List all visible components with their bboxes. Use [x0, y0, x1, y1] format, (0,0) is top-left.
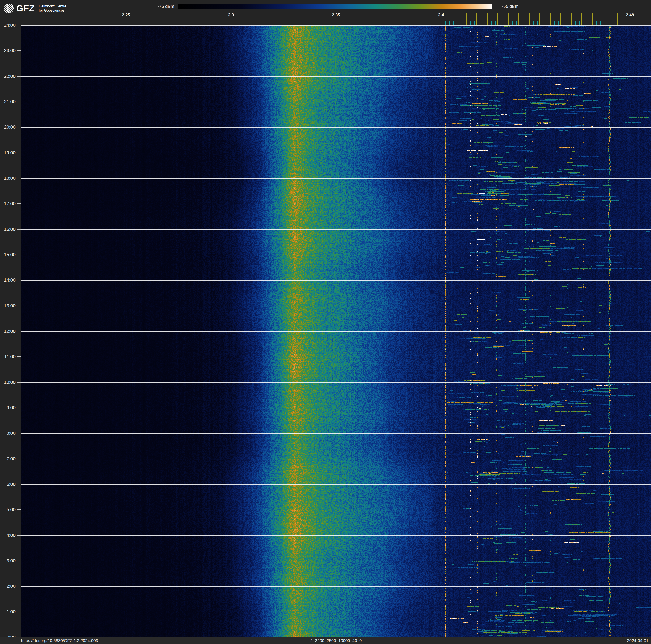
freq-tick: [210, 20, 210, 25]
ble-channel-tick: [541, 21, 542, 25]
ble-channel-tick: [458, 21, 458, 25]
hour-tick: [17, 459, 21, 459]
hour-tick: [17, 433, 21, 433]
freq-tick: [42, 20, 42, 25]
wifi-channel-tick: [592, 13, 593, 25]
ble-channel-tick: [521, 21, 521, 25]
wifi-channel-tick: [550, 13, 551, 25]
logo-subtitle: Helmholtz Centre for Geosciences: [39, 4, 66, 13]
hour-tick: [17, 535, 21, 535]
hour-label: 7:00: [0, 456, 16, 461]
ble-channel-tick: [584, 21, 584, 25]
hour-tick: [17, 408, 21, 408]
logo-org-text: GFZ: [17, 4, 35, 13]
ble-channel-tick: [517, 21, 517, 25]
spectrogram-canvas: [21, 25, 651, 637]
ble-channel-tick: [462, 21, 462, 25]
hour-label: 16:00: [0, 227, 16, 232]
hour-label: 22:00: [0, 74, 16, 79]
wifi-channel-tick: [560, 13, 561, 25]
ble-channel-tick: [533, 21, 534, 25]
footer-date: 2024-04-01: [627, 637, 649, 644]
gfz-logo: GFZ Helmholtz Centre for Geosciences: [4, 3, 66, 13]
freq-tick-label: 2.3: [222, 12, 241, 18]
hour-tick: [17, 280, 21, 281]
ble-channel-tick: [609, 21, 610, 25]
ble-channel-tick: [449, 21, 450, 25]
freq-tick: [84, 20, 84, 25]
ble-channel-tick: [558, 21, 559, 25]
freq-tick: [273, 20, 273, 25]
ble-channel-tick: [478, 21, 479, 25]
freq-tick: [630, 19, 630, 25]
freq-tick: [441, 19, 441, 25]
wifi-channel-tick: [529, 13, 530, 25]
freq-tick-label: 2.49: [621, 12, 640, 18]
hour-label: 6:00: [0, 482, 16, 487]
wifi-channel-tick: [508, 13, 508, 25]
freq-tick: [63, 20, 63, 25]
wifi-channel-tick: [466, 13, 467, 25]
hour-tick: [17, 356, 21, 357]
hour-tick: [17, 229, 21, 230]
ble-channel-tick: [537, 21, 538, 25]
hour-tick: [17, 561, 21, 561]
freq-tick: [336, 19, 336, 25]
hour-label: 5:00: [0, 507, 16, 512]
hour-tick: [17, 153, 21, 153]
freq-tick: [357, 20, 357, 25]
hour-label: 12:00: [0, 329, 16, 334]
hour-label: 3:00: [0, 558, 16, 563]
ble-channel-tick: [491, 21, 492, 25]
freq-tick: [105, 20, 105, 25]
freq-tick-label: 2.25: [117, 12, 135, 18]
hour-tick: [17, 509, 21, 510]
hour-label: 24:00: [0, 23, 16, 28]
hour-tick: [17, 612, 21, 612]
colorbar: [178, 4, 492, 9]
hour-tick: [17, 101, 21, 102]
hour-label: 21:00: [0, 99, 16, 104]
hour-tick: [17, 586, 21, 586]
wifi-channel-tick: [487, 13, 488, 25]
wifi-channel-tick: [497, 13, 498, 25]
hour-tick: [17, 382, 21, 383]
ble-channel-tick: [575, 21, 576, 25]
freq-tick-label: 2.35: [327, 12, 345, 18]
colorbar-min-label: -75 dBm: [134, 4, 174, 9]
hour-label: 8:00: [0, 431, 16, 436]
ble-channel-tick: [567, 21, 567, 25]
hour-tick: [17, 25, 21, 25]
hour-label: 10:00: [0, 380, 16, 385]
freq-tick: [231, 19, 231, 25]
freq-tick-label: 2.4: [432, 12, 451, 18]
hour-tick: [17, 331, 21, 331]
hour-label: 23:00: [0, 48, 16, 53]
freq-tick: [168, 20, 168, 25]
freq-tick: [189, 20, 189, 25]
freq-tick: [399, 20, 399, 25]
ble-channel-tick: [588, 21, 588, 25]
ble-channel-tick: [454, 21, 454, 25]
hour-label: 13:00: [0, 303, 16, 308]
hour-label: 9:00: [0, 405, 16, 410]
ble-channel-tick: [554, 21, 555, 25]
ble-channel-tick: [600, 21, 601, 25]
hour-label: 14:00: [0, 277, 16, 283]
ble-channel-tick: [483, 21, 484, 25]
freq-tick: [21, 20, 21, 25]
hour-tick: [17, 76, 21, 77]
wifi-channel-tick: [582, 13, 582, 25]
hour-label: 2:00: [0, 584, 16, 589]
hour-tick: [17, 127, 21, 127]
logo-subtitle-line2: for Geosciences: [39, 8, 65, 12]
ble-channel-tick: [525, 21, 525, 25]
freq-tick: [378, 20, 378, 25]
hour-label: 17:00: [0, 201, 16, 206]
hour-label: 15:00: [0, 252, 16, 257]
ble-channel-tick: [504, 21, 504, 25]
freq-tick: [126, 19, 126, 25]
wifi-channel-tick: [571, 13, 571, 25]
freq-tick: [294, 20, 294, 25]
freq-tick: [420, 20, 420, 25]
